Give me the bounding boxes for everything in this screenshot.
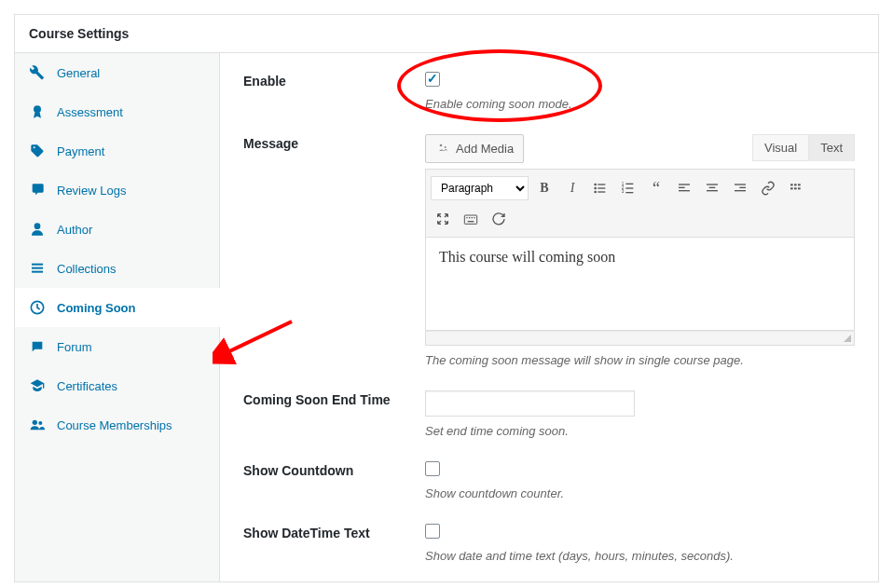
bullet-list-button[interactable] [586,175,614,201]
svg-point-14 [594,187,597,190]
control-countdown: Show countdown counter. [425,461,855,500]
link-button[interactable] [754,175,782,201]
sidebar-item-label: General [57,66,100,80]
sidebar-item-forum[interactable]: Forum [15,327,219,366]
svg-rect-17 [598,191,605,192]
editor-tabs: VisualText [753,134,855,161]
sidebar-item-collections[interactable]: Collections [15,249,219,288]
svg-rect-36 [790,187,793,189]
media-icon [435,140,450,157]
control-end-time: Set end time coming soon. [425,390,855,438]
control-datetime-text: Show date and time text (days, hours, mi… [425,524,855,563]
wrench-icon [29,65,46,80]
hint-countdown: Show countdown counter. [425,486,855,500]
svg-point-16 [594,191,597,194]
italic-button[interactable]: I [558,175,586,201]
svg-rect-34 [794,184,797,185]
svg-rect-26 [679,190,690,191]
align-left-button[interactable] [670,175,698,201]
svg-point-2 [34,105,41,113]
label-end-time: Coming Soon End Time [243,390,425,438]
sidebar-item-certificates[interactable]: Certificates [15,366,219,405]
label-countdown: Show Countdown [243,461,425,500]
control-message: Add Media VisualText Paragraph B I [425,134,855,367]
hint-enable: Enable coming soon mode. [425,97,855,111]
add-media-label: Add Media [456,142,514,156]
number-list-button[interactable]: 123 [614,175,642,201]
resize-handle[interactable] [425,331,855,346]
field-countdown: Show Countdown Show countdown counter. [243,461,855,500]
label-message: Message [243,134,425,367]
input-end-time[interactable] [425,390,635,417]
fullscreen-button[interactable] [429,206,457,232]
tab-visual[interactable]: Visual [752,134,809,161]
checkbox-enable[interactable] [425,72,440,87]
editor-content[interactable]: This course will coming soon [425,238,855,331]
svg-rect-21 [625,187,633,188]
sidebar-item-memberships[interactable]: Course Memberships [15,405,219,444]
svg-point-9 [38,421,42,425]
add-media-button[interactable]: Add Media [425,134,524,163]
sidebar-item-general[interactable]: General [15,53,219,92]
svg-point-10 [440,144,443,147]
sidebar-item-label: Course Memberships [57,418,172,432]
sidebar-item-author[interactable]: Author [15,210,219,249]
sidebar-item-coming-soon[interactable]: Coming Soon [15,288,220,327]
forum-icon [29,339,46,354]
sidebar-item-label: Assessment [57,105,123,119]
comments-icon [29,183,46,198]
settings-sidebar: General Assessment Payment Review Logs A… [15,53,220,581]
align-center-button[interactable] [698,175,726,201]
tab-text[interactable]: Text [808,134,855,161]
sidebar-item-label: Review Logs [57,184,126,198]
checkbox-datetime-text[interactable] [425,524,440,539]
editor-toolbar: Paragraph B I 123 “ [425,169,855,238]
svg-rect-32 [735,190,746,191]
label-datetime-text: Show DateTime Text [243,524,425,563]
svg-rect-37 [794,187,797,189]
sidebar-item-payment[interactable]: Payment [15,131,219,171]
sidebar-item-assessment[interactable]: Assessment [15,92,219,131]
svg-rect-13 [598,184,605,185]
format-select[interactable]: Paragraph [431,176,529,200]
svg-rect-4 [32,264,43,266]
keyboard-button[interactable] [457,206,485,232]
hint-end-time: Set end time coming soon. [425,424,855,438]
svg-point-11 [445,146,446,148]
svg-rect-44 [468,221,474,222]
settings-content: Enable Enable coming soon mode. Message … [220,53,878,581]
svg-point-8 [33,420,37,425]
clock-icon [29,300,46,315]
svg-rect-31 [739,187,746,188]
svg-text:3: 3 [622,189,625,194]
svg-rect-25 [679,187,685,188]
sidebar-item-label: Payment [57,144,104,158]
svg-rect-23 [625,192,633,193]
svg-rect-27 [707,184,718,185]
field-datetime-text: Show DateTime Text Show date and time te… [243,524,855,563]
sidebar-item-label: Author [57,223,92,237]
graduation-icon [29,378,46,393]
checkbox-countdown[interactable] [425,461,440,476]
field-enable: Enable Enable coming soon mode. [243,72,855,111]
svg-point-12 [594,184,597,186]
sidebar-item-label: Collections [57,262,117,276]
panel-title: Course Settings [15,15,878,53]
svg-rect-15 [598,187,605,188]
control-enable: Enable coming soon mode. [425,72,855,111]
sidebar-item-review-logs[interactable]: Review Logs [15,171,219,210]
align-right-button[interactable] [726,175,754,201]
award-icon [29,104,46,119]
svg-rect-19 [625,184,633,185]
svg-rect-30 [735,184,746,185]
svg-rect-6 [32,271,43,273]
field-message: Message Add Media VisualText [243,134,855,367]
more-button[interactable] [782,175,810,201]
svg-rect-43 [474,217,474,218]
svg-rect-35 [798,184,801,185]
sidebar-item-label: Certificates [57,379,117,393]
bold-button[interactable]: B [530,175,558,201]
refresh-button[interactable] [485,206,513,232]
quote-button[interactable]: “ [642,175,670,201]
sidebar-item-label: Forum [57,340,92,354]
